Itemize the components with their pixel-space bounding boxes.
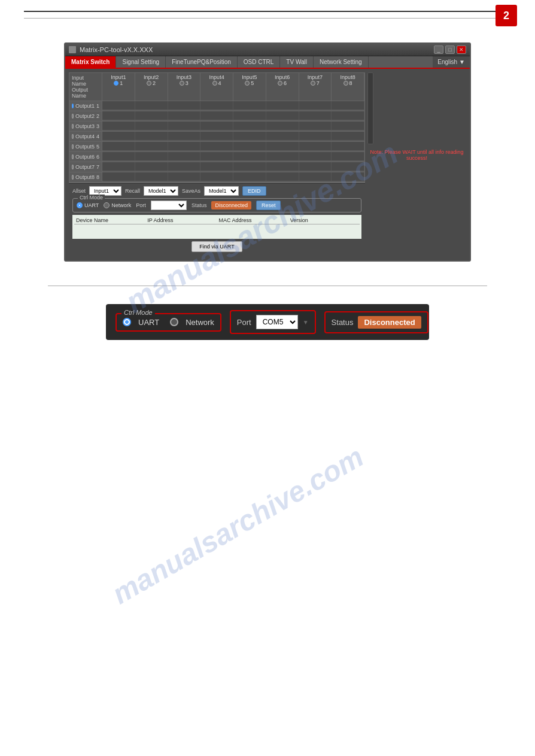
- cell-3-8[interactable]: [332, 122, 364, 130]
- uart-radio-large[interactable]: [123, 318, 131, 326]
- cell-5-5[interactable]: [233, 142, 266, 150]
- uart-radio[interactable]: [77, 202, 83, 208]
- cell-6-6[interactable]: [266, 152, 299, 160]
- input3-num: 3: [169, 80, 199, 86]
- cell-5-6[interactable]: [266, 142, 299, 150]
- tab-osd-ctrl[interactable]: OSD CTRL: [238, 56, 281, 68]
- saveas-select[interactable]: Model1: [204, 186, 239, 196]
- cell-2-1[interactable]: [102, 111, 135, 120]
- cell-3-4[interactable]: [200, 122, 233, 130]
- cell-3-6[interactable]: [266, 122, 299, 130]
- maximize-button[interactable]: □: [445, 45, 455, 54]
- cell-4-7[interactable]: [299, 132, 332, 140]
- cell-5-3[interactable]: [168, 142, 201, 150]
- cell-2-3[interactable]: [168, 111, 201, 120]
- port-select-large[interactable]: COM5: [256, 315, 298, 329]
- cell-3-1[interactable]: [102, 122, 135, 130]
- network-radio[interactable]: [104, 202, 110, 208]
- cell-2-8[interactable]: [332, 111, 364, 120]
- network-option[interactable]: Network: [104, 202, 131, 208]
- input7-num-label: 7: [317, 80, 320, 86]
- cell-2-6[interactable]: [266, 111, 299, 120]
- cell-4-4[interactable]: [200, 132, 233, 140]
- cell-5-1[interactable]: [102, 142, 135, 150]
- tab-finetune[interactable]: FineTunePQ&Position: [166, 56, 238, 68]
- cell-7-7[interactable]: [299, 162, 332, 171]
- find-uart-button[interactable]: Find via UART: [191, 241, 242, 252]
- output5-text: Output5: [75, 144, 95, 150]
- cell-1-8[interactable]: [332, 101, 364, 110]
- cell-1-2[interactable]: [135, 101, 168, 110]
- cell-7-4[interactable]: [200, 162, 233, 171]
- cell-8-4[interactable]: [200, 172, 233, 181]
- output-name-label: Output Name: [72, 87, 99, 99]
- language-selector[interactable]: English ▼: [433, 56, 470, 68]
- cell-4-1[interactable]: [102, 132, 135, 140]
- scrollbar[interactable]: [367, 72, 373, 144]
- cell-1-7[interactable]: [299, 101, 332, 110]
- cell-1-4[interactable]: [200, 101, 233, 110]
- cell-7-1[interactable]: [102, 162, 135, 171]
- cell-8-1[interactable]: [102, 172, 135, 181]
- cell-7-5[interactable]: [233, 162, 266, 171]
- minimize-button[interactable]: _: [434, 45, 443, 54]
- port-select[interactable]: [151, 201, 187, 210]
- cell-3-5[interactable]: [233, 122, 266, 130]
- cell-3-3[interactable]: [168, 122, 201, 130]
- output2-radio[interactable]: [72, 114, 74, 119]
- cell-6-5[interactable]: [233, 152, 266, 160]
- edid-button[interactable]: EDID: [242, 186, 266, 196]
- output8-radio[interactable]: [72, 175, 74, 180]
- uart-option[interactable]: UART: [77, 202, 99, 208]
- cell-6-1[interactable]: [102, 152, 135, 160]
- output1-radio[interactable]: [72, 104, 74, 108]
- reset-button[interactable]: Reset: [256, 201, 281, 210]
- cell-8-2[interactable]: [135, 172, 168, 181]
- tab-network-setting[interactable]: Network Setting: [314, 56, 369, 68]
- cell-6-8[interactable]: [332, 152, 364, 160]
- close-button[interactable]: ✕: [457, 45, 466, 54]
- cell-1-3[interactable]: [168, 101, 201, 110]
- cell-4-2[interactable]: [135, 132, 168, 140]
- cell-6-2[interactable]: [135, 152, 168, 160]
- cell-2-7[interactable]: [299, 111, 332, 120]
- cell-6-7[interactable]: [299, 152, 332, 160]
- cell-2-2[interactable]: [135, 111, 168, 120]
- output6-radio[interactable]: [72, 154, 74, 159]
- cell-5-2[interactable]: [135, 142, 168, 150]
- tab-signal-setting[interactable]: Signal Setting: [116, 56, 166, 68]
- network-radio-large[interactable]: [170, 318, 178, 326]
- cell-4-8[interactable]: [332, 132, 364, 140]
- cell-5-4[interactable]: [200, 142, 233, 150]
- cell-4-6[interactable]: [266, 132, 299, 140]
- tab-tv-wall[interactable]: TV Wall: [280, 56, 314, 68]
- cell-2-4[interactable]: [200, 111, 233, 120]
- cell-1-1[interactable]: [102, 101, 135, 110]
- cell-2-5[interactable]: [233, 111, 266, 120]
- cell-5-7[interactable]: [299, 142, 332, 150]
- cell-7-2[interactable]: [135, 162, 168, 171]
- recall-select[interactable]: Model1: [144, 186, 178, 196]
- cell-8-6[interactable]: [266, 172, 299, 181]
- cell-4-5[interactable]: [233, 132, 266, 140]
- tab-matrix-switch[interactable]: Matrix Switch: [65, 56, 116, 68]
- cell-6-4[interactable]: [200, 152, 233, 160]
- cell-3-7[interactable]: [299, 122, 332, 130]
- cell-8-5[interactable]: [233, 172, 266, 181]
- output7-radio[interactable]: [72, 165, 74, 169]
- cell-7-3[interactable]: [168, 162, 201, 171]
- cell-6-3[interactable]: [168, 152, 201, 160]
- cell-5-8[interactable]: [332, 142, 364, 150]
- cell-1-5[interactable]: [233, 101, 266, 110]
- cell-8-7[interactable]: [299, 172, 332, 181]
- output4-radio[interactable]: [72, 134, 74, 139]
- cell-4-3[interactable]: [168, 132, 201, 140]
- cell-7-8[interactable]: [332, 162, 364, 171]
- output3-radio[interactable]: [72, 124, 74, 129]
- cell-8-3[interactable]: [168, 172, 201, 181]
- output5-radio[interactable]: [72, 144, 74, 149]
- cell-8-8[interactable]: [332, 172, 364, 181]
- cell-7-6[interactable]: [266, 162, 299, 171]
- cell-3-2[interactable]: [135, 122, 168, 130]
- cell-1-6[interactable]: [266, 101, 299, 110]
